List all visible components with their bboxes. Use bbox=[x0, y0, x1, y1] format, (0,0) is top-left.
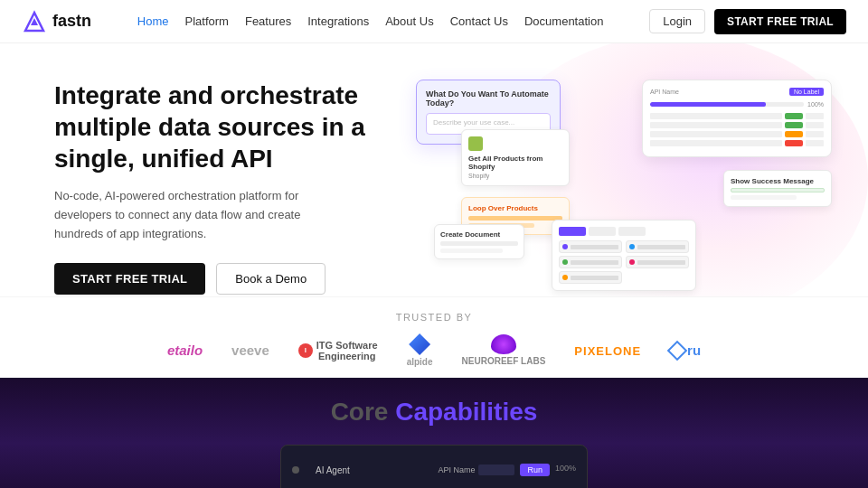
bottom-badge: Run bbox=[520, 464, 550, 476]
shopify-card: Get All Products from Shopify Shopify bbox=[461, 129, 570, 186]
create-doc-card: Create Document bbox=[434, 224, 524, 259]
logo-neuroreef: NEUROREEF LABS bbox=[462, 334, 546, 366]
logo[interactable]: fastn bbox=[22, 9, 91, 34]
bottom-dot bbox=[292, 466, 299, 474]
doc-title: Create Document bbox=[440, 230, 518, 239]
fastn-logo-icon bbox=[22, 9, 47, 34]
brand-name: fastn bbox=[52, 12, 91, 31]
flow-items bbox=[559, 240, 689, 284]
login-button[interactable]: Login bbox=[649, 9, 705, 33]
logo-pixelone: PIXELONE bbox=[574, 343, 641, 358]
api-name-label: API Name bbox=[650, 89, 679, 95]
status-green bbox=[785, 113, 803, 119]
hero-title: Integrate and orchestrate multiple data … bbox=[54, 80, 398, 174]
trusted-logos: etailo veeve I ITG SoftwareEngineering a… bbox=[0, 333, 868, 367]
logo-veeve: veeve bbox=[231, 343, 269, 358]
hero-visual: What Do You Want To Automate Today? Desc… bbox=[398, 70, 814, 296]
modal-title: What Do You Want To Automate Today? bbox=[426, 89, 551, 108]
table-row bbox=[650, 140, 824, 146]
progress-fill bbox=[650, 102, 766, 107]
hero-buttons: START FREE TRIAL Book a Demo bbox=[54, 263, 398, 295]
status-orange bbox=[785, 131, 803, 137]
status-red bbox=[785, 140, 803, 146]
core-capabilities-section: Core Capabilities AI Agent API Name Run … bbox=[0, 378, 868, 488]
api-header: API Name No Label bbox=[650, 88, 824, 96]
hero-section: Integrate and orchestrate multiple data … bbox=[0, 43, 868, 296]
shopify-title: Get All Products from Shopify bbox=[468, 155, 562, 171]
hero-subtitle: No-code, AI-powered orchestration platfo… bbox=[54, 187, 344, 243]
bottom-fields: API Name Run 100% bbox=[438, 464, 576, 476]
list-item bbox=[559, 271, 622, 284]
nav-actions: Login START FREE TRIAL bbox=[649, 9, 846, 34]
modal-input-placeholder: Describe your use case... bbox=[433, 118, 543, 127]
status-green bbox=[785, 122, 803, 128]
api-progress: 100% bbox=[650, 101, 824, 108]
book-demo-button[interactable]: Book a Demo bbox=[216, 263, 326, 295]
logo-alpide: alpide bbox=[407, 333, 433, 367]
nav-features[interactable]: Features bbox=[245, 14, 291, 28]
itg-circle-icon: I bbox=[298, 343, 313, 358]
flow-tabs bbox=[559, 227, 689, 236]
shopify-icon bbox=[468, 136, 483, 151]
logo-itg: I ITG SoftwareEngineering bbox=[298, 340, 378, 361]
core-accent-text: Capabilities bbox=[395, 398, 537, 426]
nav-home[interactable]: Home bbox=[137, 14, 169, 28]
loop-title: Loop Over Products bbox=[468, 204, 562, 212]
alpide-icon bbox=[409, 333, 430, 355]
api-table bbox=[650, 113, 824, 146]
rupt-icon bbox=[667, 340, 688, 361]
bottom-mockup: AI Agent API Name Run 100% bbox=[280, 445, 588, 488]
start-trial-button[interactable]: START FREE TRIAL bbox=[54, 263, 205, 295]
success-msg-card: Show Success Message bbox=[723, 170, 832, 207]
trusted-label: TRUSTED BY bbox=[0, 312, 868, 323]
bottom-pct: 100% bbox=[555, 464, 576, 476]
nav-links: Home Platform Features Integrations Abou… bbox=[137, 14, 604, 28]
nav-contact[interactable]: Contact Us bbox=[450, 14, 508, 28]
itg-label: ITG SoftwareEngineering bbox=[316, 340, 378, 361]
table-row bbox=[650, 131, 824, 137]
progress-text: 100% bbox=[807, 101, 824, 108]
hero-content: Integrate and orchestrate multiple data … bbox=[54, 70, 398, 295]
api-name-bottom: API Name bbox=[438, 465, 475, 474]
navigation: fastn Home Platform Features Integration… bbox=[0, 0, 868, 43]
core-title: Core Capabilities bbox=[331, 398, 538, 427]
table-row bbox=[650, 113, 824, 119]
list-item bbox=[559, 256, 622, 268]
table-row bbox=[650, 122, 824, 128]
nav-platform[interactable]: Platform bbox=[185, 14, 229, 28]
list-item bbox=[626, 256, 689, 268]
nav-about[interactable]: About Us bbox=[385, 14, 433, 28]
progress-bar bbox=[650, 102, 804, 107]
api-badge: No Label bbox=[789, 88, 824, 96]
logo-rupt: ru bbox=[670, 343, 701, 358]
nav-integrations[interactable]: Integrations bbox=[307, 14, 369, 28]
list-item bbox=[626, 240, 689, 253]
shopify-sub: Shopify bbox=[468, 173, 562, 179]
nav-trial-button[interactable]: START FREE TRIAL bbox=[714, 9, 846, 34]
ui-mockup: What Do You Want To Automate Today? Desc… bbox=[416, 80, 832, 296]
core-plain-text: Core bbox=[331, 398, 389, 426]
ai-agent-label: AI Agent bbox=[316, 465, 350, 475]
msg-title: Show Success Message bbox=[731, 177, 825, 185]
neuroreef-icon bbox=[491, 334, 516, 354]
logo-etailo: etailo bbox=[167, 343, 203, 358]
trusted-section: TRUSTED BY etailo veeve I ITG SoftwareEn… bbox=[0, 296, 868, 378]
nav-docs[interactable]: Documentation bbox=[524, 14, 603, 28]
api-panel: API Name No Label 100% bbox=[642, 80, 832, 157]
flow-builder bbox=[552, 220, 696, 291]
list-item bbox=[559, 240, 622, 253]
